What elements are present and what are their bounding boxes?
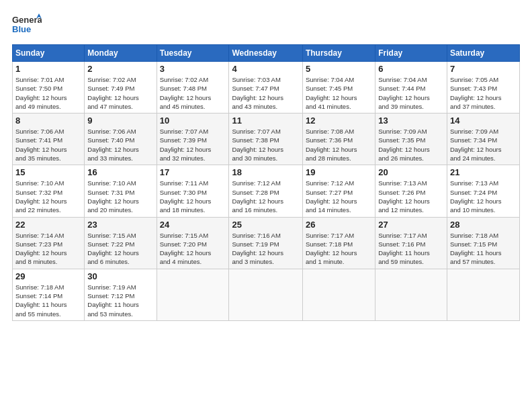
table-row: 1Sunrise: 7:01 AMSunset: 7:50 PMDaylight… bbox=[13, 62, 85, 113]
table-row: 22Sunrise: 7:14 AMSunset: 7:23 PMDayligh… bbox=[13, 217, 85, 269]
table-row: 11Sunrise: 7:07 AMSunset: 7:38 PMDayligh… bbox=[229, 113, 302, 165]
table-row: 16Sunrise: 7:10 AMSunset: 7:31 PMDayligh… bbox=[85, 165, 157, 217]
calendar-header-row: SundayMondayTuesdayWednesdayThursdayFrid… bbox=[13, 45, 520, 62]
svg-text:General: General bbox=[12, 15, 42, 25]
table-row bbox=[447, 269, 519, 320]
day-header-friday: Friday bbox=[375, 45, 447, 62]
calendar-week-0: 1Sunrise: 7:01 AMSunset: 7:50 PMDaylight… bbox=[13, 62, 520, 113]
logo: General Blue bbox=[12, 12, 42, 38]
table-row: 19Sunrise: 7:12 AMSunset: 7:27 PMDayligh… bbox=[302, 165, 375, 217]
day-header-sunday: Sunday bbox=[13, 45, 85, 62]
header: General Blue bbox=[12, 12, 520, 38]
table-row: 2Sunrise: 7:02 AMSunset: 7:49 PMDaylight… bbox=[85, 62, 157, 113]
table-row: 4Sunrise: 7:03 AMSunset: 7:47 PMDaylight… bbox=[229, 62, 302, 113]
svg-text:Blue: Blue bbox=[12, 24, 31, 34]
table-row: 23Sunrise: 7:15 AMSunset: 7:22 PMDayligh… bbox=[85, 217, 157, 269]
table-row: 6Sunrise: 7:04 AMSunset: 7:44 PMDaylight… bbox=[375, 62, 447, 113]
table-row: 13Sunrise: 7:09 AMSunset: 7:35 PMDayligh… bbox=[375, 113, 447, 165]
table-row: 21Sunrise: 7:13 AMSunset: 7:24 PMDayligh… bbox=[447, 165, 519, 217]
table-row bbox=[302, 269, 375, 320]
table-row: 7Sunrise: 7:05 AMSunset: 7:43 PMDaylight… bbox=[447, 62, 519, 113]
day-header-monday: Monday bbox=[85, 45, 157, 62]
table-row: 20Sunrise: 7:13 AMSunset: 7:26 PMDayligh… bbox=[375, 165, 447, 217]
day-header-tuesday: Tuesday bbox=[157, 45, 229, 62]
calendar-body: 1Sunrise: 7:01 AMSunset: 7:50 PMDaylight… bbox=[13, 62, 520, 321]
calendar-week-3: 22Sunrise: 7:14 AMSunset: 7:23 PMDayligh… bbox=[13, 217, 520, 269]
table-row: 30Sunrise: 7:19 AMSunset: 7:12 PMDayligh… bbox=[85, 269, 157, 320]
table-row bbox=[375, 269, 447, 320]
logo-svg: General Blue bbox=[12, 12, 42, 38]
table-row: 9Sunrise: 7:06 AMSunset: 7:40 PMDaylight… bbox=[85, 113, 157, 165]
table-row: 3Sunrise: 7:02 AMSunset: 7:48 PMDaylight… bbox=[157, 62, 229, 113]
table-row: 25Sunrise: 7:16 AMSunset: 7:19 PMDayligh… bbox=[229, 217, 302, 269]
table-row: 14Sunrise: 7:09 AMSunset: 7:34 PMDayligh… bbox=[447, 113, 519, 165]
table-row: 27Sunrise: 7:17 AMSunset: 7:16 PMDayligh… bbox=[375, 217, 447, 269]
table-row bbox=[157, 269, 229, 320]
table-row: 18Sunrise: 7:12 AMSunset: 7:28 PMDayligh… bbox=[229, 165, 302, 217]
calendar-week-4: 29Sunrise: 7:18 AMSunset: 7:14 PMDayligh… bbox=[13, 269, 520, 320]
table-row: 29Sunrise: 7:18 AMSunset: 7:14 PMDayligh… bbox=[13, 269, 85, 320]
table-row: 15Sunrise: 7:10 AMSunset: 7:32 PMDayligh… bbox=[13, 165, 85, 217]
table-row: 10Sunrise: 7:07 AMSunset: 7:39 PMDayligh… bbox=[157, 113, 229, 165]
calendar-table: SundayMondayTuesdayWednesdayThursdayFrid… bbox=[12, 44, 520, 321]
day-header-wednesday: Wednesday bbox=[229, 45, 302, 62]
day-header-saturday: Saturday bbox=[447, 45, 519, 62]
table-row: 17Sunrise: 7:11 AMSunset: 7:30 PMDayligh… bbox=[157, 165, 229, 217]
table-row: 5Sunrise: 7:04 AMSunset: 7:45 PMDaylight… bbox=[302, 62, 375, 113]
calendar-week-2: 15Sunrise: 7:10 AMSunset: 7:32 PMDayligh… bbox=[13, 165, 520, 217]
page: General Blue SundayMondayTuesdayWednesda… bbox=[0, 0, 532, 411]
table-row: 28Sunrise: 7:18 AMSunset: 7:15 PMDayligh… bbox=[447, 217, 519, 269]
table-row: 26Sunrise: 7:17 AMSunset: 7:18 PMDayligh… bbox=[302, 217, 375, 269]
table-row: 8Sunrise: 7:06 AMSunset: 7:41 PMDaylight… bbox=[13, 113, 85, 165]
calendar-week-1: 8Sunrise: 7:06 AMSunset: 7:41 PMDaylight… bbox=[13, 113, 520, 165]
table-row: 24Sunrise: 7:15 AMSunset: 7:20 PMDayligh… bbox=[157, 217, 229, 269]
day-header-thursday: Thursday bbox=[302, 45, 375, 62]
table-row bbox=[229, 269, 302, 320]
table-row: 12Sunrise: 7:08 AMSunset: 7:36 PMDayligh… bbox=[302, 113, 375, 165]
